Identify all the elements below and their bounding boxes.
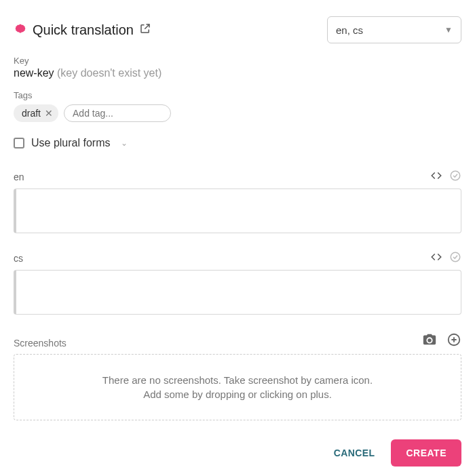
dropzone-line1: There are no screenshots. Take screensho… [102,373,373,387]
key-value: new-key [14,67,54,79]
open-external-icon[interactable] [139,22,151,37]
language-select[interactable]: en, cs ▼ [327,16,461,43]
check-circle-icon[interactable] [449,251,461,266]
dialog-footer: CANCEL CREATE [14,439,461,467]
tags-section: Tags draft ✕ [14,90,461,122]
dialog-title: Quick translation [33,22,134,38]
plural-checkbox[interactable] [14,138,24,148]
language-header-cs: cs [14,251,461,266]
code-icon[interactable] [430,170,442,184]
key-section: Key new-key (key doesn't exist yet) [14,56,461,79]
svg-point-0 [451,171,460,180]
tag-chip: draft ✕ [14,104,58,122]
language-code: en [14,172,24,182]
create-button[interactable]: CREATE [391,439,461,467]
chevron-down-icon[interactable]: ⌄ [121,138,128,148]
key-hint: (key doesn't exist yet) [57,67,162,79]
screenshots-actions [422,332,461,350]
translation-input-en[interactable] [14,189,461,233]
title-group: Quick translation [14,22,151,38]
chevron-down-icon: ▼ [444,25,453,35]
language-tools [430,170,461,184]
language-tools [430,251,461,266]
tag-chip-label: draft [22,108,41,119]
dropzone-line2: Add some by dropping or clicking on plus… [143,387,332,401]
translation-input-cs[interactable] [14,270,461,315]
plural-forms-row: Use plural forms ⌄ [14,137,461,149]
check-circle-icon[interactable] [449,170,461,184]
language-header-en: en [14,170,461,184]
language-select-value: en, cs [336,24,363,36]
screenshots-label: Screenshots [14,338,66,349]
camera-icon[interactable] [422,332,437,350]
remove-tag-icon[interactable]: ✕ [43,108,54,118]
key-value-row: new-key (key doesn't exist yet) [14,67,461,79]
tags-row: draft ✕ [14,104,461,122]
screenshots-dropzone[interactable]: There are no screenshots. Take screensho… [14,354,461,420]
add-tag-input[interactable] [64,104,171,122]
code-icon[interactable] [430,251,442,266]
svg-point-1 [451,252,460,262]
dialog-header: Quick translation en, cs ▼ [14,16,461,43]
screenshots-header: Screenshots [14,332,461,350]
cancel-button[interactable]: CANCEL [330,447,379,459]
logo-icon [14,23,27,37]
language-code: cs [14,253,23,264]
plural-label: Use plural forms [31,137,110,149]
key-label: Key [14,56,461,66]
add-screenshot-icon[interactable] [446,332,461,350]
tags-label: Tags [14,90,461,100]
